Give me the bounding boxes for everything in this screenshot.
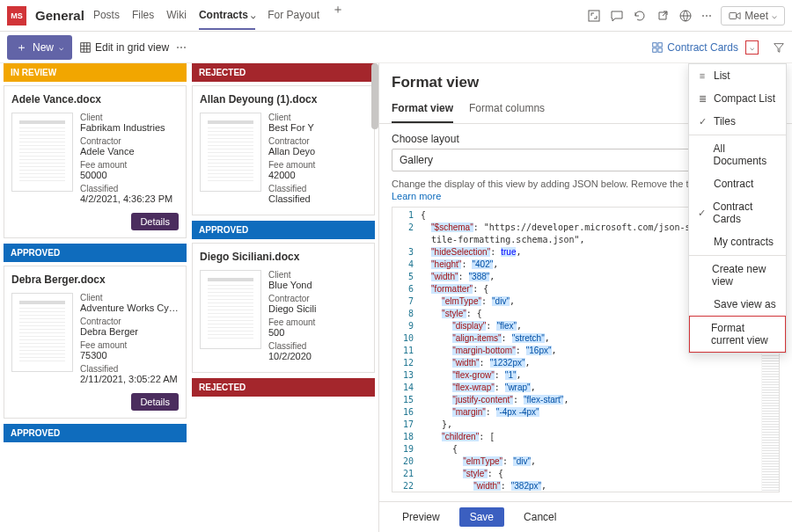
channel-name: General <box>35 8 84 23</box>
dropdown-item-label: My contracts <box>714 236 774 248</box>
column-header: REJECTED <box>192 63 375 82</box>
tab-for-payout[interactable]: For Payout <box>268 2 319 30</box>
video-icon <box>729 10 741 22</box>
card-title: Debra Berger.docx <box>11 273 179 286</box>
column-header: IN REVIEW <box>4 63 187 82</box>
dropdown-item[interactable]: ✓Contract Cards <box>689 195 786 230</box>
meet-button[interactable]: Meet ⌵ <box>721 6 785 26</box>
document-thumbnail <box>11 113 73 192</box>
chevron-down-icon: ⌵ <box>251 11 255 20</box>
dropdown-item[interactable]: My contracts <box>689 230 786 253</box>
card-title: Allan Deyoung (1).docx <box>200 93 367 106</box>
dropdown-item[interactable]: All Documents <box>689 137 786 172</box>
add-tab-button[interactable]: ＋ <box>332 2 344 30</box>
plus-icon: ＋ <box>16 40 27 55</box>
card-title: Adele Vance.docx <box>11 93 179 106</box>
svg-rect-0 <box>589 11 599 21</box>
team-logo: MS <box>7 6 26 26</box>
dropdown-item-label: Save view as <box>714 298 776 310</box>
expand-icon[interactable] <box>587 9 601 23</box>
svg-rect-2 <box>730 12 737 18</box>
globe-icon[interactable] <box>678 9 693 23</box>
dropdown-item[interactable]: Contract <box>689 172 786 195</box>
cancel-button[interactable]: Cancel <box>513 507 567 527</box>
filter-icon[interactable] <box>773 41 785 54</box>
chevron-down-icon: ⌵ <box>772 11 777 20</box>
view-dropdown-menu: ≡List≣Compact List✓TilesAll DocumentsCon… <box>688 63 787 353</box>
dropdown-item-label: All Documents <box>713 142 779 167</box>
svg-rect-6 <box>653 47 656 51</box>
view-dropdown-button[interactable]: ⌵ <box>745 40 759 55</box>
chat-icon[interactable] <box>610 9 624 23</box>
command-bar: ＋ New ⌵ Edit in grid view ⋯ Contract Car… <box>0 32 792 63</box>
new-button[interactable]: ＋ New ⌵ <box>7 35 72 60</box>
contract-card[interactable]: Allan Deyoung (1).docx ClientBest For Y … <box>192 85 375 215</box>
tab-format-columns[interactable]: Format columns <box>469 95 545 123</box>
dropdown-item[interactable]: ≡List <box>689 64 786 87</box>
edit-grid-button[interactable]: Edit in grid view <box>79 41 169 54</box>
card-fields: ClientBest For Y ContractorAllan Deyo Fe… <box>268 113 367 208</box>
dropdown-item[interactable]: ≣Compact List <box>689 87 786 110</box>
document-thumbnail <box>200 113 261 192</box>
dropdown-item[interactable]: ✓Tiles <box>689 110 786 133</box>
contract-card[interactable]: Debra Berger.docx ClientAdventure Works … <box>4 266 187 419</box>
dropdown-item-label: Contract Cards <box>713 200 779 225</box>
save-button[interactable]: Save <box>459 507 504 527</box>
open-icon[interactable] <box>656 9 670 23</box>
card-fields: ClientAdventure Works Cycles ContractorD… <box>80 293 179 388</box>
line-gutter: 12 3456789101112131415161718192021222324… <box>392 208 417 492</box>
view-selector[interactable]: Contract Cards <box>651 41 738 54</box>
header-actions: ⋯ Meet ⌵ <box>587 6 785 26</box>
tab-contracts[interactable]: Contracts ⌵ <box>199 2 255 30</box>
column-header: APPROVED <box>4 244 187 262</box>
contract-card[interactable]: Diego Siciliani.docx ClientBlue Yond Con… <box>192 243 375 373</box>
preview-button[interactable]: Preview <box>392 507 451 527</box>
tab-posts[interactable]: Posts <box>93 2 120 30</box>
document-thumbnail <box>200 270 261 349</box>
dropdown-item[interactable]: Save view as <box>689 293 786 316</box>
compact-icon: ≣ <box>696 93 708 105</box>
format-view-panel: Format view Format view Format columns C… <box>378 63 792 532</box>
svg-rect-4 <box>653 42 656 46</box>
channel-tabs: Posts Files Wiki Contracts ⌵ For Payout … <box>93 2 344 30</box>
list-icon: ≡ <box>696 70 708 81</box>
svg-rect-5 <box>658 42 662 46</box>
dropdown-item-label: List <box>714 69 730 82</box>
tab-files[interactable]: Files <box>132 2 154 30</box>
svg-rect-7 <box>658 47 662 51</box>
contract-card[interactable]: Adele Vance.docx ClientFabrikam Industri… <box>4 85 187 238</box>
column-header: REJECTED <box>192 378 375 397</box>
chevron-down-icon: ⌵ <box>59 43 63 52</box>
tab-wiki[interactable]: Wiki <box>166 2 187 30</box>
scrollbar-thumb[interactable] <box>371 63 378 129</box>
dropdown-item-label: Create new view <box>712 263 779 288</box>
column-header: APPROVED <box>192 221 375 239</box>
dropdown-item[interactable]: Format current view <box>689 316 786 353</box>
details-button[interactable]: Details <box>131 393 179 411</box>
dropdown-item[interactable]: Create new view <box>689 258 786 293</box>
svg-rect-3 <box>81 42 91 52</box>
card-fields: ClientBlue Yond ContractorDiego Sicili F… <box>268 270 367 365</box>
dropdown-item-label: Contract <box>714 178 753 190</box>
layout-select[interactable]: Gallery <box>392 149 691 171</box>
column-header: APPROVED <box>4 424 187 442</box>
dropdown-item-label: Compact List <box>714 92 775 105</box>
app-header: MS General Posts Files Wiki Contracts ⌵ … <box>0 0 792 32</box>
dropdown-item-label: Format current view <box>711 322 778 346</box>
card-title: Diego Siciliani.docx <box>200 251 367 263</box>
tiles-icon <box>651 41 664 54</box>
tab-format-view[interactable]: Format view <box>392 95 453 123</box>
check-icon: ✓ <box>696 208 708 219</box>
contract-board: IN REVIEW Adele Vance.docx ClientFabrika… <box>0 63 378 532</box>
refresh-icon[interactable] <box>633 9 647 23</box>
document-thumbnail <box>11 293 73 372</box>
card-fields: ClientFabrikam Industries ContractorAdel… <box>80 113 179 208</box>
check-icon: ✓ <box>696 116 708 128</box>
grid-icon <box>79 41 92 54</box>
details-button[interactable]: Details <box>131 213 179 230</box>
more-icon[interactable]: ⋯ <box>701 10 712 22</box>
dropdown-item-label: Tiles <box>714 115 736 128</box>
overflow-button[interactable]: ⋯ <box>176 41 187 54</box>
